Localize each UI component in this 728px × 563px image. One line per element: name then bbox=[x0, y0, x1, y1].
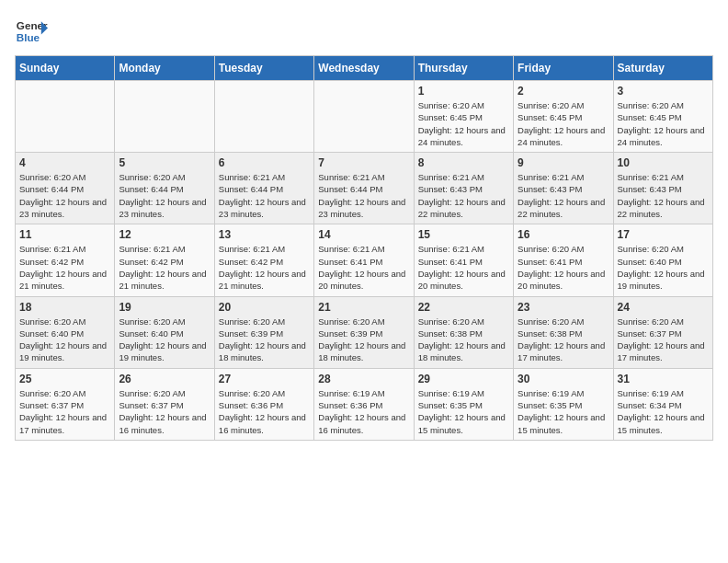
calendar-cell: 31Sunrise: 6:19 AMSunset: 6:34 PMDayligh… bbox=[613, 368, 712, 440]
day-info: Sunrise: 6:21 AMSunset: 6:44 PMDaylight:… bbox=[318, 171, 409, 220]
day-number: 31 bbox=[618, 373, 709, 385]
day-number: 16 bbox=[518, 228, 609, 241]
calendar-cell: 8Sunrise: 6:21 AMSunset: 6:43 PMDaylight… bbox=[414, 153, 513, 224]
logo: General Blue bbox=[15, 15, 48, 48]
day-info: Sunrise: 6:21 AMSunset: 6:42 PMDaylight:… bbox=[119, 243, 210, 292]
day-number: 20 bbox=[219, 301, 310, 314]
svg-text:Blue: Blue bbox=[17, 31, 40, 43]
day-number: 4 bbox=[19, 156, 110, 169]
day-info: Sunrise: 6:20 AMSunset: 6:44 PMDaylight:… bbox=[119, 171, 210, 220]
weekday-row: SundayMondayTuesdayWednesdayThursdayFrid… bbox=[16, 56, 713, 81]
day-number: 30 bbox=[518, 373, 609, 385]
calendar-cell: 15Sunrise: 6:21 AMSunset: 6:41 PMDayligh… bbox=[414, 224, 513, 296]
day-number: 21 bbox=[318, 301, 409, 314]
day-number: 15 bbox=[418, 228, 509, 241]
calendar-cell: 23Sunrise: 6:20 AMSunset: 6:38 PMDayligh… bbox=[514, 296, 613, 368]
logo-icon: General Blue bbox=[15, 15, 48, 48]
day-number: 9 bbox=[518, 156, 609, 169]
day-number: 14 bbox=[318, 228, 409, 241]
day-number: 22 bbox=[418, 301, 509, 314]
calendar-cell: 4Sunrise: 6:20 AMSunset: 6:44 PMDaylight… bbox=[16, 153, 115, 224]
calendar-cell: 22Sunrise: 6:20 AMSunset: 6:38 PMDayligh… bbox=[414, 296, 513, 368]
calendar-cell: 7Sunrise: 6:21 AMSunset: 6:44 PMDaylight… bbox=[314, 153, 414, 224]
calendar-cell: 29Sunrise: 6:19 AMSunset: 6:35 PMDayligh… bbox=[414, 368, 513, 440]
day-number: 1 bbox=[418, 85, 509, 98]
calendar-cell: 2Sunrise: 6:20 AMSunset: 6:45 PMDaylight… bbox=[514, 81, 613, 153]
day-info: Sunrise: 6:20 AMSunset: 6:40 PMDaylight:… bbox=[119, 316, 210, 364]
day-info: Sunrise: 6:20 AMSunset: 6:40 PMDaylight:… bbox=[19, 316, 110, 364]
day-number: 27 bbox=[219, 373, 310, 385]
calendar-cell: 13Sunrise: 6:21 AMSunset: 6:42 PMDayligh… bbox=[214, 224, 313, 296]
calendar-cell: 19Sunrise: 6:20 AMSunset: 6:40 PMDayligh… bbox=[115, 296, 214, 368]
day-info: Sunrise: 6:20 AMSunset: 6:39 PMDaylight:… bbox=[219, 316, 310, 364]
day-number: 25 bbox=[19, 373, 110, 385]
day-info: Sunrise: 6:20 AMSunset: 6:41 PMDaylight:… bbox=[518, 243, 609, 292]
weekday-header: Wednesday bbox=[314, 56, 414, 81]
day-number: 8 bbox=[418, 156, 509, 169]
day-info: Sunrise: 6:19 AMSunset: 6:34 PMDaylight:… bbox=[618, 387, 709, 436]
day-info: Sunrise: 6:21 AMSunset: 6:44 PMDaylight:… bbox=[219, 171, 310, 220]
day-info: Sunrise: 6:19 AMSunset: 6:36 PMDaylight:… bbox=[318, 387, 409, 436]
calendar-table: SundayMondayTuesdayWednesdayThursdayFrid… bbox=[15, 55, 713, 441]
day-number: 3 bbox=[618, 85, 709, 98]
day-number: 2 bbox=[518, 85, 609, 98]
calendar-cell: 28Sunrise: 6:19 AMSunset: 6:36 PMDayligh… bbox=[314, 368, 414, 440]
day-number: 18 bbox=[19, 301, 110, 314]
day-info: Sunrise: 6:21 AMSunset: 6:41 PMDaylight:… bbox=[418, 243, 509, 292]
page-header: General Blue bbox=[15, 15, 713, 48]
day-info: Sunrise: 6:20 AMSunset: 6:37 PMDaylight:… bbox=[119, 387, 210, 436]
day-info: Sunrise: 6:20 AMSunset: 6:40 PMDaylight:… bbox=[618, 243, 709, 292]
day-info: Sunrise: 6:20 AMSunset: 6:45 PMDaylight:… bbox=[618, 99, 709, 148]
day-number: 29 bbox=[418, 373, 509, 385]
day-info: Sunrise: 6:20 AMSunset: 6:37 PMDaylight:… bbox=[618, 316, 709, 364]
weekday-header: Friday bbox=[514, 56, 613, 81]
day-info: Sunrise: 6:20 AMSunset: 6:45 PMDaylight:… bbox=[518, 99, 609, 148]
day-info: Sunrise: 6:20 AMSunset: 6:45 PMDaylight:… bbox=[418, 99, 509, 148]
day-number: 17 bbox=[618, 228, 709, 241]
day-number: 24 bbox=[618, 301, 709, 314]
day-info: Sunrise: 6:21 AMSunset: 6:41 PMDaylight:… bbox=[318, 243, 409, 292]
calendar-cell: 9Sunrise: 6:21 AMSunset: 6:43 PMDaylight… bbox=[514, 153, 613, 224]
day-info: Sunrise: 6:21 AMSunset: 6:42 PMDaylight:… bbox=[19, 243, 110, 292]
day-number: 12 bbox=[119, 228, 210, 241]
day-info: Sunrise: 6:20 AMSunset: 6:38 PMDaylight:… bbox=[518, 316, 609, 364]
day-info: Sunrise: 6:19 AMSunset: 6:35 PMDaylight:… bbox=[418, 387, 509, 436]
calendar-week-row: 25Sunrise: 6:20 AMSunset: 6:37 PMDayligh… bbox=[16, 368, 713, 440]
day-info: Sunrise: 6:19 AMSunset: 6:35 PMDaylight:… bbox=[518, 387, 609, 436]
calendar-cell: 20Sunrise: 6:20 AMSunset: 6:39 PMDayligh… bbox=[214, 296, 313, 368]
day-number: 11 bbox=[19, 228, 110, 241]
weekday-header: Monday bbox=[115, 56, 214, 81]
weekday-header: Sunday bbox=[16, 56, 115, 81]
day-number: 28 bbox=[318, 373, 409, 385]
day-number: 7 bbox=[318, 156, 409, 169]
calendar-cell bbox=[115, 81, 214, 153]
weekday-header: Saturday bbox=[613, 56, 712, 81]
calendar-cell: 17Sunrise: 6:20 AMSunset: 6:40 PMDayligh… bbox=[613, 224, 712, 296]
day-info: Sunrise: 6:21 AMSunset: 6:43 PMDaylight:… bbox=[518, 171, 609, 220]
calendar-cell: 27Sunrise: 6:20 AMSunset: 6:36 PMDayligh… bbox=[214, 368, 313, 440]
calendar-cell: 3Sunrise: 6:20 AMSunset: 6:45 PMDaylight… bbox=[613, 81, 712, 153]
calendar-cell: 30Sunrise: 6:19 AMSunset: 6:35 PMDayligh… bbox=[514, 368, 613, 440]
day-info: Sunrise: 6:20 AMSunset: 6:37 PMDaylight:… bbox=[19, 387, 110, 436]
calendar-header: SundayMondayTuesdayWednesdayThursdayFrid… bbox=[16, 56, 713, 81]
calendar-cell: 14Sunrise: 6:21 AMSunset: 6:41 PMDayligh… bbox=[314, 224, 414, 296]
day-number: 19 bbox=[119, 301, 210, 314]
calendar-cell: 24Sunrise: 6:20 AMSunset: 6:37 PMDayligh… bbox=[613, 296, 712, 368]
calendar-cell: 1Sunrise: 6:20 AMSunset: 6:45 PMDaylight… bbox=[414, 81, 513, 153]
day-info: Sunrise: 6:20 AMSunset: 6:38 PMDaylight:… bbox=[418, 316, 509, 364]
calendar-week-row: 1Sunrise: 6:20 AMSunset: 6:45 PMDaylight… bbox=[16, 81, 713, 153]
calendar-cell: 12Sunrise: 6:21 AMSunset: 6:42 PMDayligh… bbox=[115, 224, 214, 296]
day-number: 6 bbox=[219, 156, 310, 169]
calendar-body: 1Sunrise: 6:20 AMSunset: 6:45 PMDaylight… bbox=[16, 81, 713, 441]
calendar-cell: 11Sunrise: 6:21 AMSunset: 6:42 PMDayligh… bbox=[16, 224, 115, 296]
weekday-header: Thursday bbox=[414, 56, 513, 81]
calendar-cell: 10Sunrise: 6:21 AMSunset: 6:43 PMDayligh… bbox=[613, 153, 712, 224]
calendar-week-row: 11Sunrise: 6:21 AMSunset: 6:42 PMDayligh… bbox=[16, 224, 713, 296]
calendar-cell bbox=[214, 81, 313, 153]
day-info: Sunrise: 6:20 AMSunset: 6:39 PMDaylight:… bbox=[318, 316, 409, 364]
calendar-cell bbox=[16, 81, 115, 153]
day-number: 13 bbox=[219, 228, 310, 241]
day-info: Sunrise: 6:20 AMSunset: 6:36 PMDaylight:… bbox=[219, 387, 310, 436]
day-number: 5 bbox=[119, 156, 210, 169]
day-info: Sunrise: 6:21 AMSunset: 6:42 PMDaylight:… bbox=[219, 243, 310, 292]
